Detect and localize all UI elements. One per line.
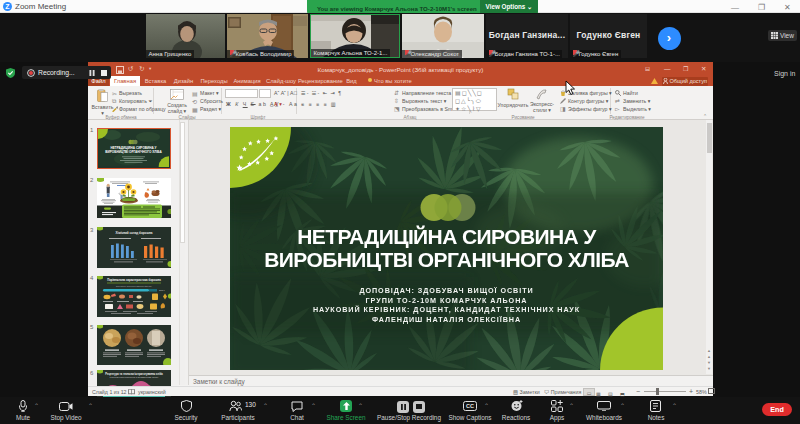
svg-text:ВИРОБНИЦТВІ ОРГАНІЧНОГО ХЛІБА: ВИРОБНИЦТВІ ОРГАНІЧНОГО ХЛІБА [105, 150, 162, 154]
svg-text:Хімічний склад борошна: Хімічний склад борошна [116, 231, 153, 235]
svg-text:НЕТРАДИЦІЙНА СИРОВИНА У: НЕТРАДИЦІЙНА СИРОВИНА У [110, 146, 156, 150]
svg-text:з пшеничного борошна з додаван: з пшеничного борошна з додаванням шроту [109, 376, 159, 379]
svg-text:пшеничне борошно вищого ґатунк: пшеничне борошно вищого ґатунку [116, 285, 153, 287]
svg-text:Порівняльна характеристика бор: Порівняльна характеристика борошна [107, 278, 161, 282]
svg-text:100 г: 100 г [159, 289, 165, 292]
